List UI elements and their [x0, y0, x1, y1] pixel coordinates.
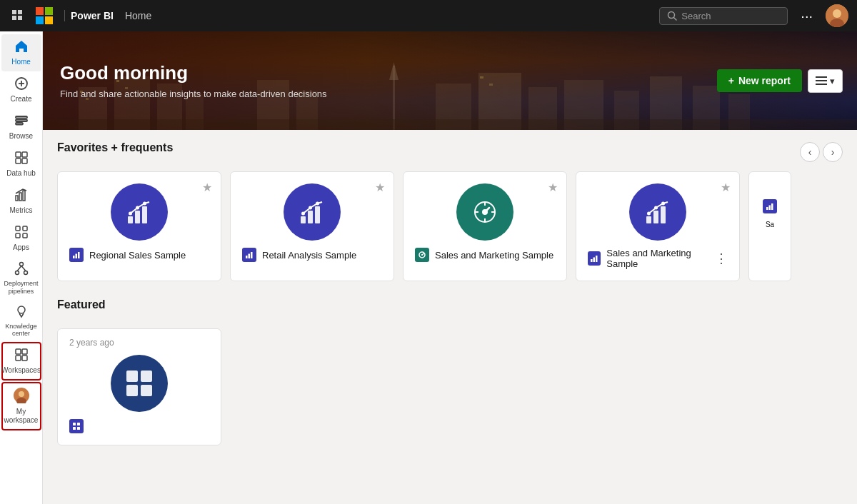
svg-rect-66 [135, 211, 140, 223]
card-icon-circle [456, 183, 513, 241]
card-sales-marketing-2[interactable]: ★ [576, 171, 740, 281]
badge-icon [766, 202, 774, 211]
apps-grid-icon[interactable] [9, 6, 27, 25]
svg-rect-72 [76, 254, 78, 259]
svg-rect-104 [771, 203, 773, 210]
home-icon [14, 39, 29, 56]
sidebar-item-knowledge[interactable]: Knowledge center [1, 300, 41, 343]
dashboard-icon [469, 196, 501, 228]
report-icon [124, 196, 155, 228]
svg-rect-107 [126, 385, 138, 396]
favorites-nav: ‹ › [800, 142, 843, 162]
sidebar-item-label: Browse [9, 132, 33, 141]
badge-icon [72, 251, 81, 259]
list-view-icon [816, 76, 827, 85]
card-name: Retail Analysis Sample [262, 250, 356, 261]
featured-card-1[interactable]: 2 years ago [57, 328, 221, 445]
svg-rect-73 [78, 252, 80, 258]
card-icon-circle [111, 183, 168, 241]
card-name: Sales and Marketing Sample [435, 250, 553, 261]
card-regional-sales[interactable]: ★ [57, 171, 221, 281]
svg-rect-112 [77, 427, 80, 430]
search-icon [667, 11, 677, 21]
svg-rect-111 [73, 427, 76, 430]
star-icon[interactable]: ★ [548, 181, 558, 194]
svg-rect-63 [816, 80, 827, 81]
svg-point-37 [19, 391, 24, 397]
card-footer-left: Sales and Marketing Sample [415, 248, 553, 262]
card-footer-left: Retail Analysis Sample [242, 248, 356, 262]
featured-dashboard-icon [124, 368, 155, 399]
svg-rect-18 [22, 158, 27, 163]
star-icon[interactable]: ★ [202, 181, 212, 194]
user-avatar[interactable] [826, 4, 848, 27]
more-options-icon[interactable]: ··· [796, 6, 817, 26]
star-icon[interactable]: ★ [375, 181, 385, 194]
card-type-badge [588, 251, 601, 266]
badge-icon [72, 422, 81, 430]
svg-rect-0 [12, 10, 16, 14]
card-type-badge-partial [763, 199, 777, 213]
svg-line-5 [674, 18, 677, 21]
metrics-icon [14, 188, 29, 204]
sidebar-item-datahub[interactable]: Data hub [1, 146, 41, 183]
sidebar-item-metrics[interactable]: Metrics [1, 183, 41, 220]
card-partial[interactable]: Sa [748, 171, 791, 281]
sidebar-item-workspaces[interactable]: Workspaces [1, 342, 41, 380]
plus-icon: + [728, 75, 734, 86]
sidebar-item-home[interactable]: Home [1, 34, 41, 71]
star-icon[interactable]: ★ [721, 181, 731, 194]
card-footer: Regional Sales Sample [69, 248, 209, 262]
card-name: Sales and Marketing Sample [606, 248, 715, 269]
card-name: Regional Sales Sample [89, 250, 186, 261]
card-sales-marketing-1[interactable]: ★ [403, 171, 567, 281]
new-report-button[interactable]: + New report [717, 69, 802, 92]
avatar-image [826, 4, 848, 27]
svg-rect-93 [646, 216, 651, 223]
svg-rect-95 [661, 206, 666, 223]
featured-header: Featured [57, 298, 843, 320]
nav-next-button[interactable]: › [823, 142, 843, 162]
featured-card-icon [111, 355, 168, 412]
card-type-badge [415, 248, 429, 262]
svg-rect-102 [766, 207, 768, 210]
card-more-options[interactable]: ⋮ [715, 251, 728, 266]
sidebar-item-label: Home [11, 58, 31, 66]
apps-icon [14, 225, 29, 241]
browse-icon [14, 114, 29, 130]
svg-rect-62 [816, 76, 827, 78]
card-footer-left [69, 419, 84, 433]
datahub-icon [14, 151, 29, 167]
product-name: Power BI [64, 10, 114, 21]
svg-rect-75 [308, 211, 313, 223]
svg-rect-17 [16, 158, 21, 163]
card-retail-analysis[interactable]: ★ [230, 171, 394, 281]
sidebar-item-label: Data hub [6, 169, 36, 178]
favorites-header: Favorites + frequents ‹ › [57, 141, 843, 163]
svg-rect-99 [591, 259, 593, 262]
sidebar-item-myworkspace[interactable]: My workspace [1, 382, 41, 430]
sidebar-item-apps[interactable]: Apps [1, 220, 41, 257]
svg-rect-3 [18, 16, 22, 20]
create-icon [14, 76, 29, 93]
microsoft-logo [36, 7, 53, 24]
nav-prev-button[interactable]: ‹ [800, 142, 820, 162]
sidebar-item-create[interactable]: Create [1, 71, 41, 109]
card-icon-circle [284, 183, 341, 241]
favorites-section: Favorites + frequents ‹ › ★ [43, 130, 857, 287]
search-input[interactable] [681, 11, 774, 21]
view-toggle-button[interactable]: ▾ [808, 69, 843, 93]
search-box[interactable] [659, 7, 788, 25]
svg-rect-67 [142, 206, 147, 223]
sidebar-item-label: Knowledge center [4, 323, 39, 338]
sidebar-item-label: Apps [13, 243, 29, 252]
sidebar-item-label: Workspaces [1, 366, 41, 375]
main-layout: Home Create Browse [0, 31, 857, 504]
hero-text: Good morning Find and share actionable i… [43, 48, 717, 114]
favorites-title: Favorites + frequents [57, 141, 173, 154]
sidebar-item-browse[interactable]: Browse [1, 109, 41, 146]
svg-rect-20 [19, 193, 21, 201]
svg-rect-24 [16, 233, 20, 238]
sidebar-item-deployment[interactable]: Deployment pipelines [1, 257, 41, 300]
svg-rect-14 [16, 123, 23, 125]
